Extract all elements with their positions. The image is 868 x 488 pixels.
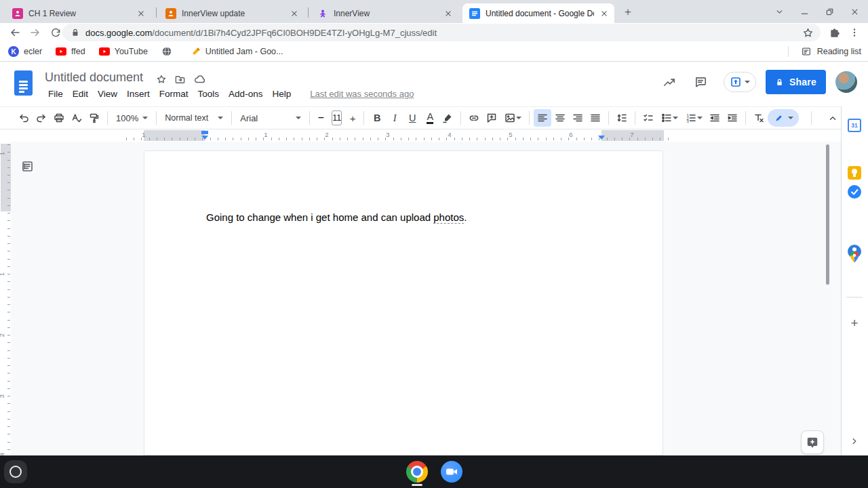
vertical-scrollbar-thumb[interactable] bbox=[826, 144, 829, 285]
person-favicon-orange bbox=[165, 8, 176, 19]
address-bar[interactable]: docs.google.com/document/d/1Bi7h4Cyd2JPF… bbox=[62, 24, 821, 41]
horizontal-ruler[interactable]: 1 1 2 3 4 5 6 7 bbox=[0, 129, 841, 142]
bookmark-star-icon[interactable] bbox=[802, 27, 814, 39]
account-avatar[interactable] bbox=[835, 71, 857, 93]
paragraph-style-select[interactable]: Normal text bbox=[161, 113, 227, 123]
bookmark-youtube[interactable]: YouTube bbox=[99, 47, 148, 56]
clear-formatting-button[interactable] bbox=[750, 109, 768, 127]
decrease-indent-button[interactable] bbox=[706, 109, 724, 127]
new-tab-button[interactable]: + bbox=[621, 5, 635, 19]
checklist-button[interactable] bbox=[639, 109, 657, 127]
comments-icon[interactable] bbox=[694, 75, 707, 89]
bookmark-untitled-jam[interactable]: Untitled Jam - Goo... bbox=[191, 47, 283, 57]
menu-help[interactable]: Help bbox=[267, 89, 296, 99]
numbered-list-button[interactable]: 123 bbox=[682, 109, 706, 127]
redo-button[interactable] bbox=[33, 109, 50, 127]
insert-link-button[interactable] bbox=[465, 109, 483, 127]
zoom-select[interactable]: 100% bbox=[112, 113, 152, 123]
reload-button[interactable] bbox=[47, 24, 64, 41]
show-document-outline-button[interactable] bbox=[19, 158, 35, 174]
launcher-button[interactable] bbox=[4, 460, 27, 483]
google-tasks-icon[interactable] bbox=[848, 185, 861, 199]
last-edit-status[interactable]: Last edit was seconds ago bbox=[305, 89, 418, 99]
left-indent-marker[interactable] bbox=[201, 136, 208, 140]
close-window-icon[interactable] bbox=[850, 7, 860, 17]
document-text[interactable]: Going to change when i get home and can … bbox=[206, 211, 467, 223]
forward-button[interactable] bbox=[27, 24, 43, 41]
align-left-button[interactable] bbox=[534, 109, 551, 127]
reading-list-button[interactable]: Reading list bbox=[788, 46, 861, 57]
google-keep-icon[interactable] bbox=[848, 166, 861, 180]
undo-button[interactable] bbox=[15, 109, 33, 127]
italic-button[interactable]: I bbox=[386, 109, 403, 127]
tab-innerview[interactable]: InnerView bbox=[311, 3, 458, 23]
first-line-indent-marker[interactable] bbox=[201, 131, 208, 134]
ruler-number: 2 bbox=[0, 333, 5, 337]
hide-side-panel-chevron-icon[interactable] bbox=[848, 434, 861, 448]
collapse-toolbar-button[interactable] bbox=[824, 109, 842, 127]
right-indent-marker[interactable] bbox=[598, 136, 605, 140]
zoom-app-icon[interactable] bbox=[441, 461, 462, 483]
get-addons-button[interactable]: + bbox=[848, 317, 861, 330]
bookmark-ffed[interactable]: ffed bbox=[56, 47, 85, 56]
add-comment-button[interactable] bbox=[483, 109, 500, 127]
bookmark-ecler[interactable]: K ecler bbox=[8, 46, 42, 57]
tab-google-docs-active[interactable]: Untitled document - Google Docs bbox=[462, 3, 614, 23]
line-spacing-button[interactable] bbox=[613, 109, 631, 127]
text-color-button[interactable]: A bbox=[421, 109, 439, 127]
chrome-app-icon[interactable] bbox=[406, 461, 428, 483]
google-maps-icon[interactable] bbox=[848, 250, 861, 264]
align-justify-button[interactable] bbox=[587, 109, 604, 127]
extensions-puzzle-icon[interactable] bbox=[826, 24, 842, 41]
increase-indent-button[interactable] bbox=[724, 109, 741, 127]
star-document-icon[interactable] bbox=[156, 74, 167, 85]
editing-mode-button[interactable] bbox=[768, 109, 799, 127]
restore-window-icon[interactable] bbox=[825, 7, 835, 17]
decrease-font-size-button[interactable]: − bbox=[314, 109, 328, 127]
browser-menu-icon[interactable] bbox=[846, 24, 863, 41]
tab-innerview-update[interactable]: InnerView update bbox=[159, 3, 304, 23]
share-button[interactable]: Share bbox=[766, 70, 826, 94]
bookmark-globe[interactable] bbox=[161, 46, 177, 57]
bold-button[interactable]: B bbox=[368, 109, 386, 127]
google-docs-logo[interactable] bbox=[14, 70, 33, 96]
tab-ch1-review[interactable]: CH 1 Review bbox=[5, 3, 151, 23]
font-select[interactable]: Arial bbox=[236, 113, 305, 123]
lock-icon[interactable] bbox=[71, 28, 80, 37]
menu-tools[interactable]: Tools bbox=[193, 89, 224, 99]
vertical-ruler[interactable]: 1 1 2 3 4 bbox=[0, 142, 11, 455]
tab-close-icon[interactable] bbox=[290, 9, 299, 18]
document-title[interactable]: Untitled document bbox=[45, 70, 143, 85]
tab-close-icon[interactable] bbox=[443, 9, 453, 18]
present-button[interactable] bbox=[724, 72, 756, 92]
tab-close-icon[interactable] bbox=[136, 9, 146, 18]
menu-format[interactable]: Format bbox=[155, 89, 193, 99]
tab-search-chevron-icon[interactable] bbox=[774, 7, 785, 17]
menu-file[interactable]: File bbox=[43, 89, 68, 99]
print-button[interactable] bbox=[50, 109, 68, 127]
tab-close-icon[interactable] bbox=[599, 9, 609, 18]
font-size-input[interactable]: 11 bbox=[332, 110, 342, 125]
underline-button[interactable]: U bbox=[403, 109, 421, 127]
bulleted-list-button[interactable] bbox=[657, 109, 682, 127]
back-button[interactable] bbox=[7, 24, 23, 41]
minimize-icon[interactable] bbox=[800, 7, 810, 17]
insert-image-button[interactable] bbox=[500, 109, 525, 127]
menu-edit[interactable]: Edit bbox=[68, 89, 93, 99]
text-run-flagged[interactable]: photos bbox=[433, 211, 464, 224]
highlight-color-button[interactable] bbox=[439, 109, 456, 127]
document-stats-icon[interactable] bbox=[663, 75, 676, 89]
align-right-button[interactable] bbox=[569, 109, 587, 127]
move-to-folder-icon[interactable] bbox=[174, 74, 186, 85]
spell-check-button[interactable] bbox=[68, 109, 85, 127]
menu-addons[interactable]: Add-ons bbox=[224, 89, 267, 99]
menu-insert[interactable]: Insert bbox=[122, 89, 155, 99]
explore-button[interactable] bbox=[801, 430, 824, 454]
menu-view[interactable]: View bbox=[93, 89, 122, 99]
align-center-button[interactable] bbox=[551, 109, 569, 127]
document-status-cloud-icon[interactable] bbox=[193, 73, 205, 85]
document-page[interactable]: Going to change when i get home and can … bbox=[144, 150, 663, 455]
paint-format-button[interactable] bbox=[85, 109, 103, 127]
google-calendar-icon[interactable]: 31 bbox=[848, 119, 861, 132]
increase-font-size-button[interactable]: + bbox=[346, 109, 359, 127]
